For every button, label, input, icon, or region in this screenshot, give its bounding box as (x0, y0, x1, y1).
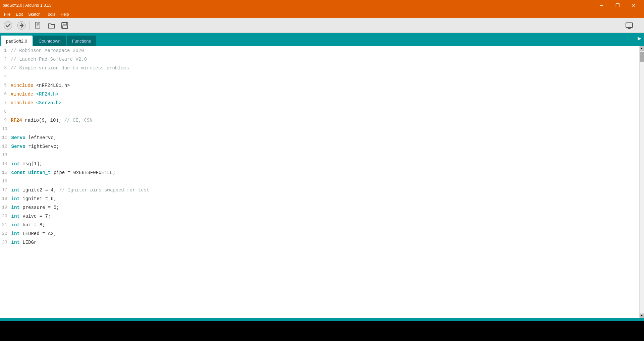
scroll-thumb[interactable] (640, 52, 644, 62)
code-area[interactable]: 1// Robinson Aerospace 2020 2// Launch P… (0, 46, 644, 318)
menu-sketch[interactable]: Sketch (25, 11, 43, 17)
titlebar-left: padSoft2.0 | Arduino 1.8.13 (3, 3, 51, 8)
code-line: 14int msg[1]; (0, 160, 644, 168)
tab-padsoft[interactable]: padSoft2.0 (1, 36, 33, 46)
titlebar: padSoft2.0 | Arduino 1.8.13 ─ ❐ ✕ (0, 0, 644, 11)
menu-file[interactable]: File (1, 11, 13, 17)
minimize-button[interactable]: ─ (594, 0, 609, 11)
editor: 1// Robinson Aerospace 2020 2// Launch P… (0, 46, 644, 318)
code-line: 6#include <RF24.h> (0, 90, 644, 99)
code-line: 23int LEDGr (0, 238, 644, 247)
vertical-scrollbar[interactable]: ▲ ▼ (639, 46, 644, 318)
code-line: 8 (0, 107, 644, 116)
code-line: 21int buz = 8; (0, 221, 644, 229)
title-text: padSoft2.0 | Arduino 1.8.13 (3, 3, 51, 8)
toolbar-separator (30, 21, 30, 30)
upload-button[interactable] (15, 20, 28, 31)
toolbar-left (2, 20, 71, 31)
tab-scroll-button[interactable]: ▶ (636, 35, 643, 42)
save-button[interactable] (59, 20, 71, 31)
toolbar (0, 18, 644, 33)
code-line: 7#include <Servo.h> (0, 99, 644, 107)
menu-edit[interactable]: Edit (13, 11, 25, 17)
tab-functions[interactable]: Functions (67, 36, 96, 46)
code-line: 11Servo leftServo; (0, 133, 644, 142)
svg-point-0 (4, 21, 12, 30)
svg-rect-8 (62, 26, 67, 28)
code-line: 5#include <nRF24L01.h> (0, 81, 644, 90)
menu-help[interactable]: Help (58, 11, 72, 17)
tab-countdown[interactable]: Countdown (33, 36, 66, 46)
menu-tools[interactable]: Tools (43, 11, 58, 17)
svg-rect-9 (626, 23, 633, 27)
restore-button[interactable]: ❐ (610, 0, 625, 11)
serial-monitor-button[interactable] (623, 20, 635, 31)
statusbar (0, 318, 644, 321)
new-button[interactable] (32, 20, 44, 31)
scroll-down-arrow[interactable]: ▼ (640, 314, 644, 318)
code-line: 9RF24 radio(9, 10); // CE, CSN (0, 116, 644, 125)
code-line: 19int pressure = 5; (0, 203, 644, 212)
code-line: 20int valve = 7; (0, 212, 644, 221)
menubar: File Edit Sketch Tools Help (0, 11, 644, 18)
console-area (0, 321, 644, 341)
code-line: 15const uint64_t pipe = 0xE8E8F0F0E1LL; (0, 168, 644, 177)
code-line: 22int LEDRed = A2; (0, 229, 644, 238)
svg-rect-7 (63, 22, 66, 25)
code-line: 2// Launch Pad Software V2.0 (0, 55, 644, 64)
code-line: 1// Robinson Aerospace 2020 (0, 46, 644, 55)
code-line: 18int ignite1 = 6; (0, 194, 644, 203)
titlebar-controls: ─ ❐ ✕ (594, 0, 641, 11)
tabs-bar: padSoft2.0 Countdown Functions ▶ (0, 33, 644, 46)
open-button[interactable] (45, 20, 57, 31)
svg-rect-2 (35, 22, 40, 28)
code-line: 16 (0, 177, 644, 186)
scroll-up-arrow[interactable]: ▲ (640, 46, 644, 51)
verify-button[interactable] (2, 20, 14, 31)
code-line: 13 (0, 151, 644, 160)
code-line: 3// Simple version due to wireless probl… (0, 64, 644, 72)
code-line: 12Servo rightServo; (0, 142, 644, 151)
code-line: 17int ignite2 = 4; // Ignitor pins swapp… (0, 186, 644, 194)
code-line: 4 (0, 72, 644, 81)
close-button[interactable]: ✕ (626, 0, 641, 11)
code-line: 10 (0, 125, 644, 133)
